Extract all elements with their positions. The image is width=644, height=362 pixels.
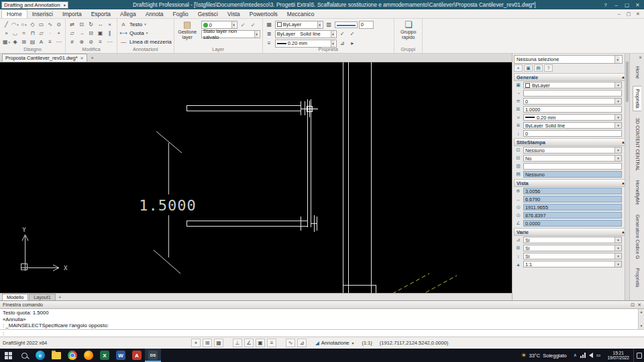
view-height-field[interactable]: 876.8397 xyxy=(523,212,622,219)
tray-expand-icon[interactable]: ∧ xyxy=(574,353,577,358)
annotative-icon[interactable]: ⊿ xyxy=(338,40,347,46)
extend-tool-icon[interactable]: ▣ xyxy=(96,29,105,38)
close-tab-icon[interactable]: ✕ xyxy=(80,56,84,60)
help-button[interactable]: ? xyxy=(600,1,610,9)
side-tab-home[interactable]: Home xyxy=(633,64,641,82)
quick-input-toggle[interactable]: ⊿ xyxy=(297,339,307,347)
columns-icon[interactable]: ▥ xyxy=(325,21,333,27)
view-center-x-field[interactable]: 3.0056 xyxy=(523,188,622,194)
menu-allega[interactable]: Allega xyxy=(115,10,141,18)
taskbar-weather-widget[interactable]: ☀ 33°C Soleggiato xyxy=(517,352,570,359)
command-history[interactable]: Testo quota: 1.5000 «Annulla» : _MAINSEL… xyxy=(0,309,644,329)
taskbar-edge-app[interactable]: e xyxy=(32,349,48,362)
model-tab[interactable]: Modello xyxy=(2,294,28,300)
etrack-toggle[interactable]: ≡ xyxy=(267,339,276,347)
copy-tool-icon[interactable]: ⊡ xyxy=(77,20,86,29)
line-tool-icon[interactable]: ╱ xyxy=(2,20,11,29)
printname-field[interactable]: Nessuno xyxy=(523,171,622,178)
lineweight-toggle[interactable]: ∿ xyxy=(286,339,295,347)
line-color-combo[interactable]: ByLayer ▾ xyxy=(275,21,323,29)
explode-tool-icon[interactable]: ≡ xyxy=(96,38,105,46)
spline-tool-icon[interactable]: ∿ xyxy=(46,20,54,29)
side-tab-homebyme[interactable]: HomeByMe xyxy=(633,178,641,208)
side-tab-proprieta-2[interactable]: Proprietà xyxy=(633,265,641,290)
delete-tool-icon[interactable]: × xyxy=(105,20,114,29)
menu-esporta[interactable]: Esporta xyxy=(87,10,115,18)
layer-manager-button[interactable]: ▤ Gestione layer xyxy=(176,20,199,40)
workspace-selector[interactable]: Drafting and Annotation ▾ xyxy=(1,1,68,9)
pointer-snap-toggle[interactable]: ⌖ xyxy=(191,339,201,347)
wave-tool-icon[interactable]: ≈ xyxy=(19,29,28,38)
section-varie[interactable]: Varie ▲ xyxy=(514,228,628,236)
help-icon[interactable]: ? xyxy=(544,64,553,72)
check-icon[interactable]: ✓ xyxy=(348,31,357,37)
pick-entities-icon[interactable]: ⌖ xyxy=(514,64,523,72)
rotate-tool-icon[interactable]: ↻ xyxy=(87,20,95,29)
layer-state-combo[interactable]: Stato layer non salvato ▾ xyxy=(201,30,260,38)
add-layout-button[interactable]: + xyxy=(56,294,64,300)
match-properties-icon[interactable]: ▸ xyxy=(348,40,357,46)
ucs-icon-on-field[interactable]: Sì xyxy=(523,237,622,243)
linetype-field[interactable]: ByLayer Solid line xyxy=(523,122,622,129)
annotation-scale-field[interactable]: 1:1 xyxy=(523,261,622,267)
linetype-scale-field[interactable]: 1.0000 xyxy=(523,106,622,113)
slot-tool-icon[interactable]: ⊓ xyxy=(28,29,37,38)
printtable-field[interactable]: No xyxy=(523,155,622,162)
section-generale[interactable]: Generale ▲ xyxy=(514,73,628,81)
grid-toggle[interactable]: ▦ xyxy=(214,339,223,347)
start-button[interactable] xyxy=(0,349,16,362)
lineweight-field[interactable]: 0.20 mm xyxy=(523,114,622,121)
pattern-tool-icon[interactable]: # xyxy=(68,38,76,46)
text-note-button[interactable]: A Testo ▾ xyxy=(119,20,172,28)
circle-tool-icon[interactable]: ○ xyxy=(19,20,28,29)
side-tab-proprieta[interactable]: Proprietà xyxy=(633,86,641,111)
menu-vista[interactable]: Vista xyxy=(223,10,245,18)
section-stilestampa[interactable]: StileStampa ▲ xyxy=(514,138,628,146)
taskbar-firefox-app[interactable] xyxy=(80,349,97,362)
thickness-field[interactable]: 0 xyxy=(523,130,622,137)
layers-tool-icon[interactable]: ≡ xyxy=(46,38,54,46)
side-tab-3dcontentcentral[interactable]: 3D CONTENT CENTRAL xyxy=(633,115,641,174)
stretch-tool-icon[interactable]: ↔ xyxy=(96,20,105,29)
mirror-tool-icon[interactable]: ▱ xyxy=(68,29,76,38)
menu-home[interactable]: Home xyxy=(1,9,28,18)
layout1-tab[interactable]: Layout1 xyxy=(29,294,56,300)
ucs-perview-field[interactable]: Sì xyxy=(523,253,622,259)
doc-close-button[interactable]: ✕ xyxy=(634,11,642,17)
node-tool-icon[interactable]: ∙ xyxy=(46,29,54,38)
network-icon[interactable] xyxy=(580,353,586,358)
volume-icon[interactable] xyxy=(589,353,593,358)
panel-scrollbar[interactable] xyxy=(625,54,629,300)
menu-powertools[interactable]: Powertools xyxy=(245,10,282,18)
menu-foglio[interactable]: Foglio xyxy=(168,10,193,18)
esnap-toggle[interactable]: ▣ xyxy=(256,339,265,347)
view-width-field[interactable]: 1911.9655 xyxy=(523,204,622,210)
ortho-toggle[interactable]: ⊥ xyxy=(233,339,242,347)
region-tool-icon[interactable]: ▤ xyxy=(28,38,37,46)
erase-tool-icon[interactable]: × xyxy=(2,29,11,38)
taskbar-blue-app[interactable]: W xyxy=(113,349,129,362)
check-icon[interactable]: ✓ xyxy=(338,31,347,37)
text-tool-icon[interactable]: A xyxy=(37,38,46,46)
drawing-canvas[interactable]: 1.5000 Y X xyxy=(0,62,512,293)
view-center-y-field[interactable]: 6.6790 xyxy=(523,196,622,202)
ellipse-arc-tool-icon[interactable]: ◡ xyxy=(11,29,19,38)
polygon-tool-icon[interactable]: ◇ xyxy=(28,20,37,29)
menu-meccanico[interactable]: Meccanico xyxy=(282,10,319,18)
taskbar-explorer-app[interactable] xyxy=(48,349,64,362)
move-tool-icon[interactable]: ⇄ xyxy=(68,20,76,29)
polar-toggle[interactable]: ∠ xyxy=(244,339,254,347)
plus-tool-icon[interactable]: + xyxy=(54,29,63,38)
transparency-field[interactable] xyxy=(523,90,622,97)
menu-inserisci[interactable]: Inserisci xyxy=(28,10,58,18)
printarea-field[interactable] xyxy=(523,163,622,170)
document-tab[interactable]: Proposta Cantilever_rev01.dwg* ✕ xyxy=(2,54,87,62)
weld-tool-icon[interactable]: ⊕ xyxy=(77,38,86,46)
search-button[interactable] xyxy=(16,349,32,362)
selection-combo[interactable]: Nessuna selezione ▾ xyxy=(514,55,623,64)
block-tool-icon[interactable]: ◈ xyxy=(11,38,19,46)
maximize-button[interactable]: ▢ xyxy=(622,1,632,9)
quick-group-button[interactable]: ❏ Gruppo rapido xyxy=(396,20,421,40)
thickness-field[interactable]: 0 xyxy=(359,21,374,29)
command-window-header[interactable]: Finestra comando ⊡ ✕ xyxy=(0,301,644,309)
